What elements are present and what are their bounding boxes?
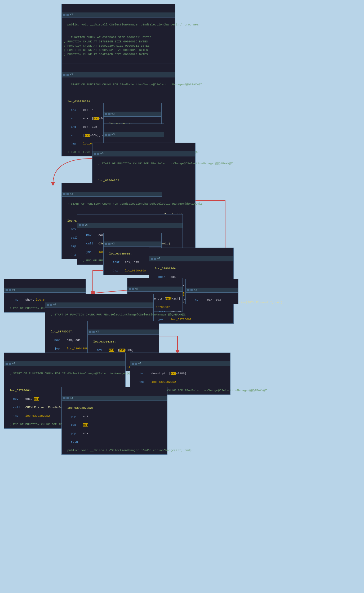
block2-instr1: shl ecx, 4 [67, 108, 94, 112]
title-bar-15: w3 [4, 361, 125, 367]
title-bar-9: w3 [149, 256, 233, 262]
block4-title: w3 [112, 133, 115, 137]
block1-comment1: public: void __thiscall CSelectionManage… [67, 23, 200, 26]
block5-comment: ; START OF FUNCTION CHUNK FOR ?EndSelect… [98, 162, 233, 165]
title-bar-13: w3 [45, 302, 153, 308]
block16-instr1: inc dword ptr [esi+0A0h] [136, 372, 186, 375]
block10-title: w3 [12, 288, 15, 292]
block17-instr4: retn [67, 440, 78, 443]
block17-label: loc_63902820D2: [67, 406, 94, 410]
title-bar-14: w3 [88, 330, 159, 335]
title-bar-11: w3 [127, 287, 183, 292]
block12-instr1: xor eax, eax [191, 298, 221, 301]
title-bar-17: w3 [62, 396, 167, 401]
block17-title: w3 [70, 396, 73, 400]
block17-instr1: pop edi [67, 415, 88, 418]
block14-instr1: mov esi, [esi+0Ch] [93, 349, 134, 352]
block13-instr1: mov eax, edi [51, 339, 81, 342]
block17-end: public: void __thiscall CSelectionManage… [67, 449, 192, 452]
block1-title: w3 [70, 13, 73, 17]
block16-instr2: jmp loc_63902820D2 [136, 380, 176, 384]
title-bar-1: w3 [62, 12, 175, 18]
block14-label: loc_63904388: [93, 340, 116, 343]
block1-func-chunks: ; FUNCTION CHUNK AT 6378D607 SIZE 000000… [64, 36, 151, 56]
block2-instr2: xor ecx, [esi+3Ch] [67, 117, 108, 120]
block2-label: loc_63902820A: [67, 100, 92, 103]
block11-title: w3 [135, 287, 139, 291]
title-bar-8: w3 [104, 241, 161, 247]
block12-title: w3 [194, 288, 197, 292]
block17-instr2: pop esi [67, 423, 88, 427]
title-bar-3: w3 [104, 112, 161, 117]
block2-title: w3 [70, 73, 73, 77]
block14-title: w3 [96, 330, 99, 334]
block6-comment: ; START OF FUNCTION CHUNK FOR ?EndSelect… [67, 202, 202, 205]
block9-instr6: jnz loc_6378D607 [155, 318, 192, 321]
title-bar-5: w3 [92, 151, 195, 157]
block5-title: w3 [100, 152, 104, 156]
title-bar-10: w3 [4, 288, 86, 293]
block17-instr3: pop ecx [67, 432, 88, 435]
block15-comment: ; START OF FUNCTION CHUNK FOR ?EndSelect… [10, 372, 144, 375]
block8-label: loc_6378D60E: [109, 252, 132, 255]
block9-label: loc_6390A36A: [155, 267, 177, 270]
block13-comment: ; START OF FUNCTION CHUNK FOR ?EndSelect… [51, 313, 185, 316]
block15-label: loc_6378E06h: [10, 389, 32, 392]
block9-title: w3 [157, 257, 160, 261]
block13-instr2: jmp loc_63904388 [51, 347, 88, 350]
block8-instr2: jnz loc_6390A36A [109, 269, 146, 272]
title-bar-12: w3 [186, 288, 238, 293]
block5-label: loc_6390A352: [98, 179, 121, 182]
block13-label: loc_6378D607: [51, 330, 74, 333]
block2-instr3: and ecx, 10h [67, 125, 97, 129]
block15-instr3: jmp loc_63902820D2 [10, 414, 50, 418]
block15-instr1: mov edi, esi [10, 397, 39, 401]
title-bar-2: w3 [62, 72, 175, 78]
block8-title: w3 [112, 242, 115, 246]
block13-title: w3 [53, 303, 56, 307]
block15-title: w3 [12, 362, 15, 366]
code-block-12: w3 xor eax, eax [185, 279, 238, 304]
block16-title: w3 [138, 362, 141, 366]
code-block-17: w3 loc_63902820D2: pop edi pop esi pop e… [61, 387, 167, 455]
title-bar-6: w3 [62, 192, 162, 197]
block3-title: w3 [112, 112, 115, 116]
title-bar-16: w3 [130, 361, 230, 367]
title-bar-4: w3 [104, 132, 164, 138]
block6-title: w3 [70, 192, 73, 196]
title-bar-7: w3 [77, 223, 183, 228]
block7-title: w3 [85, 223, 88, 227]
block2-instr4: xor [esi+3Ch], ecx [67, 134, 108, 137]
block8-instr1: test eax, eax [109, 261, 139, 264]
block2-comment: ; START OF FUNCTION CHUNK FOR ?EndSelect… [67, 83, 202, 86]
